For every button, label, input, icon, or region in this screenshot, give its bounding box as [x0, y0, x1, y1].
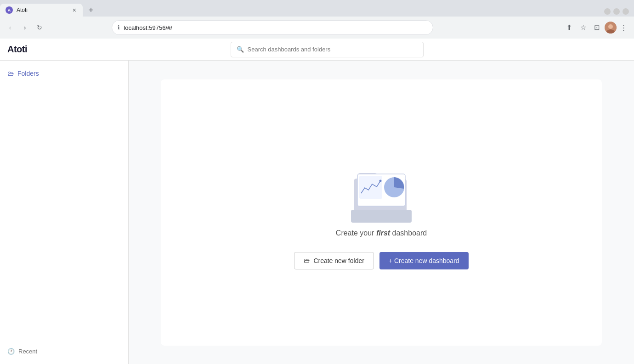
tab-strip-button[interactable]: ⊡	[591, 21, 604, 34]
forward-button[interactable]: ›	[18, 21, 31, 34]
browser-chrome: A Atoti × + ‹ › ↻ ℹ localhost:59756/#/ ⬆…	[0, 0, 634, 39]
svg-point-1	[608, 24, 613, 29]
illustration-svg	[345, 156, 418, 229]
window-controls	[603, 8, 634, 17]
empty-state-title: Create your first dashboard	[336, 229, 427, 237]
refresh-button[interactable]: ↻	[33, 21, 46, 34]
app-logo: Atoti	[7, 44, 27, 55]
title-highlight: first	[376, 229, 390, 237]
back-button[interactable]: ‹	[4, 21, 17, 34]
share-button[interactable]: ⬆	[563, 21, 576, 34]
tab-title: Atoti	[17, 7, 68, 13]
maximize-button[interactable]	[613, 8, 620, 15]
sidebar-folders-label: Folders	[17, 70, 39, 77]
sidebar: 🗁 Folders 🕐 Recent	[0, 61, 129, 364]
sidebar-item-folders[interactable]: 🗁 Folders	[0, 66, 128, 81]
search-input[interactable]	[248, 46, 418, 53]
svg-rect-6	[359, 176, 382, 199]
dashboard-illustration	[345, 156, 418, 229]
main-content: Create your first dashboard 🗁 Create new…	[129, 61, 634, 364]
browser-toolbar: ‹ › ↻ ℹ localhost:59756/#/ ⬆ ☆ ⊡ ⋮	[0, 17, 634, 39]
tab-bar: A Atoti × +	[0, 0, 634, 17]
recent-icon: 🕐	[7, 348, 15, 355]
profile-avatar[interactable]	[605, 22, 617, 34]
create-folder-label: Create new folder	[313, 257, 364, 264]
create-folder-icon: 🗁	[304, 257, 310, 264]
address-text: localhost:59756/#/	[124, 24, 427, 31]
svg-point-7	[379, 179, 382, 182]
active-tab[interactable]: A Atoti ×	[0, 4, 83, 17]
address-bar[interactable]: ℹ localhost:59756/#/	[112, 20, 433, 35]
action-buttons: 🗁 Create new folder + Create new dashboa…	[294, 252, 468, 269]
search-bar[interactable]: 🔍	[231, 42, 424, 57]
menu-button[interactable]: ⋮	[617, 21, 630, 34]
new-tab-button[interactable]: +	[85, 4, 97, 17]
app-header: Atoti 🔍	[0, 39, 634, 61]
create-dashboard-button[interactable]: + Create new dashboard	[379, 252, 469, 269]
app-container: Atoti 🔍 🗁 Folders 🕐 Recent	[0, 39, 634, 364]
create-dashboard-label: + Create new dashboard	[389, 257, 459, 264]
search-icon: 🔍	[237, 46, 244, 53]
toolbar-actions: ⬆ ☆ ⊡ ⋮	[563, 21, 630, 34]
app-body: 🗁 Folders 🕐 Recent	[0, 61, 634, 364]
search-bar-container: 🔍	[27, 42, 627, 57]
folder-icon: 🗁	[7, 70, 14, 77]
create-folder-button[interactable]: 🗁 Create new folder	[294, 252, 374, 269]
sidebar-bottom: 🕐 Recent	[0, 344, 128, 358]
tab-favicon: A	[6, 6, 13, 14]
sidebar-item-recent[interactable]: 🕐 Recent	[7, 348, 121, 355]
svg-rect-9	[351, 210, 412, 223]
close-window-button[interactable]	[623, 8, 629, 15]
bookmark-button[interactable]: ☆	[577, 21, 590, 34]
empty-state: Create your first dashboard 🗁 Create new…	[161, 79, 602, 346]
tab-close-button[interactable]: ×	[72, 6, 77, 14]
sidebar-spacer	[0, 81, 128, 344]
sidebar-recent-label: Recent	[18, 348, 37, 355]
address-security-icon: ℹ	[118, 24, 120, 31]
minimize-button[interactable]	[604, 8, 611, 15]
